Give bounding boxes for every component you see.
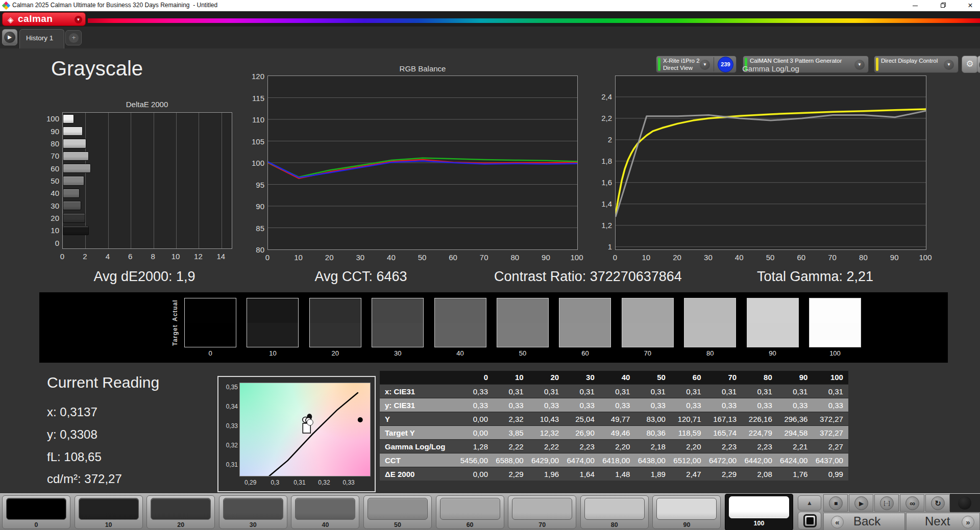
gamma-chart-title: Gamma Log/Log — [742, 64, 799, 73]
table-cell: 0,31 — [600, 385, 635, 398]
table-cell: 0,33 — [777, 398, 813, 412]
table-cell: 2,22 — [529, 440, 565, 453]
table-cell: 2,18 — [635, 440, 671, 453]
deltae-bar — [63, 127, 83, 136]
table-cell: 83,00 — [635, 412, 671, 425]
table-cell: 6474,00 — [564, 453, 600, 467]
gamma-x-tick: 60 — [797, 253, 805, 262]
table-row-label: y: CIE31 — [380, 398, 457, 412]
table-cell: 120,71 — [671, 412, 706, 425]
grayscale-swatch-strip: ActualTarget0102030405060708090100 — [39, 292, 948, 363]
refresh-button[interactable]: ↻ — [925, 494, 950, 512]
next-label: Next — [925, 514, 950, 528]
table-row-label: CCT — [380, 453, 457, 467]
gridline — [154, 113, 154, 248]
table-cell: 2,20 — [671, 440, 706, 453]
tab-history-1[interactable]: History 1 — [19, 29, 64, 48]
display-control-dropdown[interactable]: Direct Display Control ▼ — [874, 56, 959, 73]
next-button[interactable]: Next » — [906, 513, 980, 530]
swatch-target — [684, 323, 736, 347]
restore-button[interactable] — [934, 0, 951, 11]
patch-button-100[interactable]: 100 — [725, 494, 793, 530]
patch-label: 70 — [508, 521, 576, 528]
swatch-actual — [310, 298, 361, 323]
back-button[interactable]: « Back — [823, 513, 905, 530]
window-titlebar: Calman 2025 Calman Ultimate for Business… — [0, 0, 980, 11]
patch-button-90[interactable]: 90 — [652, 495, 721, 529]
table-cell: 0,33 — [635, 398, 671, 412]
deltae-y-tick: 20 — [39, 214, 59, 222]
reading-x: x: 0,3137 — [47, 405, 97, 419]
patch-button-0[interactable]: 0 — [2, 495, 70, 529]
gray-swatch — [184, 298, 236, 347]
rgb-chart-title: RGB Balance — [400, 64, 446, 73]
meter-dropdown[interactable]: X-Rite i1Pro 2 Direct View ▼ 239 — [656, 56, 737, 73]
add-tab-button[interactable]: + — [65, 30, 82, 45]
minimize-button[interactable] — [906, 0, 924, 11]
rgb-x-tick: 50 — [418, 253, 427, 262]
patch-color — [584, 498, 645, 520]
luminance-badge[interactable]: 239 — [718, 57, 733, 72]
table-cell: 2,23 — [706, 440, 742, 453]
rgb-balance-chart — [267, 75, 578, 250]
gray-swatch — [559, 298, 611, 347]
swatch-target — [435, 323, 486, 347]
rgb-x-tick: 90 — [542, 253, 550, 262]
close-button[interactable]: × — [962, 0, 979, 11]
patch-color — [6, 498, 66, 520]
single-measure-button[interactable]: [··] — [874, 494, 899, 512]
gray-swatch — [747, 298, 799, 347]
patch-button-10[interactable]: 10 — [75, 495, 143, 529]
gridline — [108, 113, 109, 248]
cie-y-tick: 0,32 — [219, 442, 238, 449]
gamma-x-tick: 30 — [704, 253, 713, 262]
swatch-actual — [435, 298, 486, 323]
stop-button[interactable]: ■ — [823, 494, 848, 512]
patch-button-20[interactable]: 20 — [146, 495, 215, 529]
patch-color — [151, 498, 211, 520]
patch-button-50[interactable]: 50 — [363, 495, 432, 529]
current-reading-title: Current Reading — [47, 374, 159, 391]
table-cell: 0,31 — [777, 385, 813, 398]
swatch-level-label: 20 — [309, 349, 361, 357]
continuous-measure-button[interactable]: ∞ — [900, 494, 924, 512]
collapse-panel-button[interactable]: ◀ — [977, 56, 980, 73]
gamma-x-tick: 50 — [766, 253, 775, 262]
patch-button-30[interactable]: 30 — [219, 495, 287, 529]
table-cell: 6442,00 — [742, 453, 777, 467]
swatch-actual — [247, 298, 298, 323]
chevron-down-icon: ▼ — [944, 60, 954, 70]
settings-button[interactable]: ⚙ — [962, 56, 978, 73]
table-col-header: 10 — [493, 371, 529, 384]
swatch-target — [747, 323, 798, 347]
patch-button-70[interactable]: 70 — [508, 495, 576, 529]
chevrons-left-icon: « — [831, 516, 844, 528]
expand-patterns-button[interactable]: ▲ — [798, 495, 821, 511]
gray-swatch — [309, 298, 361, 347]
table-cell: 0,33 — [529, 398, 565, 412]
table-cell: 0,31 — [635, 385, 671, 398]
table-cell: 2,23 — [564, 440, 600, 453]
pattern-window-button[interactable] — [798, 512, 821, 529]
patch-label: 30 — [219, 521, 287, 528]
chevron-down-icon: ▼ — [700, 60, 710, 70]
layout-nav-button[interactable]: ▶ — [2, 29, 17, 45]
swatch-level-label: 10 — [247, 349, 299, 357]
table-cell: 2,21 — [777, 440, 813, 453]
pattern-window-icon — [803, 514, 817, 527]
window-title: Calman 2025 Calman Ultimate for Business… — [12, 2, 217, 9]
meter-mode: Direct View — [663, 65, 693, 71]
patch-label: 90 — [653, 521, 720, 528]
rgb-y-tick: 80 — [244, 245, 264, 254]
patch-button-80[interactable]: 80 — [580, 495, 649, 529]
table-row: CCT5456,006588,006429,006474,006418,0064… — [380, 453, 848, 467]
patch-label: 50 — [364, 521, 431, 528]
patch-label: 60 — [436, 521, 504, 528]
patch-button-60[interactable]: 60 — [436, 495, 504, 529]
calman-menu-button[interactable]: ◈ calman ▼ — [2, 12, 86, 26]
cie-y-tick: 0,35 — [219, 384, 238, 391]
play-button[interactable]: ▶ — [849, 494, 873, 512]
patch-button-40[interactable]: 40 — [291, 495, 359, 529]
patch-label: 0 — [3, 521, 70, 528]
divider — [714, 57, 714, 71]
